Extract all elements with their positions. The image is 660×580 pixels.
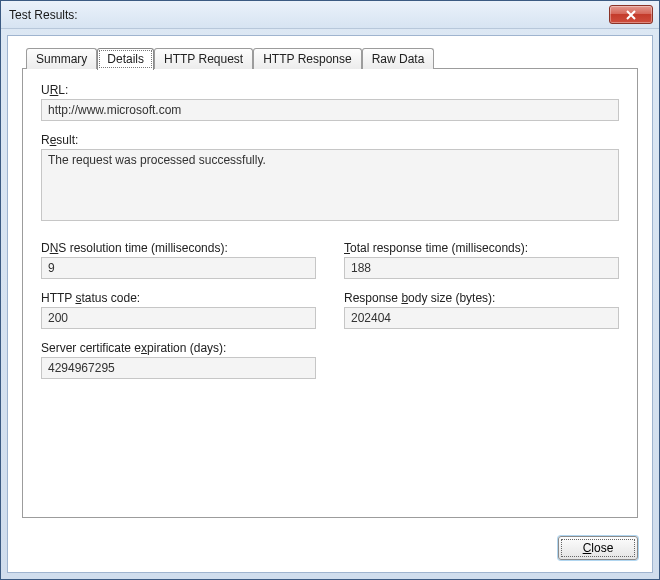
tab-http-request[interactable]: HTTP Request <box>154 48 253 69</box>
status-label: HTTP status code: <box>41 291 316 305</box>
tab-raw-data[interactable]: Raw Data <box>362 48 435 69</box>
titlebar: Test Results: <box>1 1 659 29</box>
dns-field[interactable]: 9 <box>41 257 316 279</box>
close-button[interactable]: Close <box>558 536 638 560</box>
total-cell: Total response time (milliseconds): 188 <box>344 241 619 279</box>
empty-cell <box>344 341 619 379</box>
url-label: URL: <box>41 83 619 97</box>
client-area: Summary Details HTTP Request HTTP Respon… <box>7 35 653 573</box>
result-row: Result: The request was processed succes… <box>41 133 619 221</box>
metrics-grid: DNS resolution time (milliseconds): 9 To… <box>41 241 619 379</box>
body-cell: Response body size (bytes): 202404 <box>344 291 619 329</box>
total-label: Total response time (milliseconds): <box>344 241 619 255</box>
dialog-window: Test Results: Summary Details HTTP Reque… <box>0 0 660 580</box>
dns-cell: DNS resolution time (milliseconds): 9 <box>41 241 316 279</box>
dns-label: DNS resolution time (milliseconds): <box>41 241 316 255</box>
body-label: Response body size (bytes): <box>344 291 619 305</box>
tab-details[interactable]: Details <box>97 48 154 70</box>
url-field[interactable]: http://www.microsoft.com <box>41 99 619 121</box>
status-field[interactable]: 200 <box>41 307 316 329</box>
result-field[interactable]: The request was processed successfully. <box>41 149 619 221</box>
inner-content: Summary Details HTTP Request HTTP Respon… <box>8 36 652 528</box>
total-field[interactable]: 188 <box>344 257 619 279</box>
window-title: Test Results: <box>9 8 609 22</box>
status-cell: HTTP status code: 200 <box>41 291 316 329</box>
url-row: URL: http://www.microsoft.com <box>41 83 619 121</box>
window-close-button[interactable] <box>609 5 653 24</box>
tab-http-response[interactable]: HTTP Response <box>253 48 361 69</box>
cert-field[interactable]: 4294967295 <box>41 357 316 379</box>
body-field[interactable]: 202404 <box>344 307 619 329</box>
tab-summary[interactable]: Summary <box>26 48 97 69</box>
cert-cell: Server certificate expiration (days): 42… <box>41 341 316 379</box>
cert-label: Server certificate expiration (days): <box>41 341 316 355</box>
close-icon <box>625 10 637 20</box>
result-label: Result: <box>41 133 619 147</box>
tab-strip: Summary Details HTTP Request HTTP Respon… <box>22 47 638 69</box>
tab-panel-details: URL: http://www.microsoft.com Result: Th… <box>22 68 638 518</box>
dialog-footer: Close <box>8 528 652 572</box>
